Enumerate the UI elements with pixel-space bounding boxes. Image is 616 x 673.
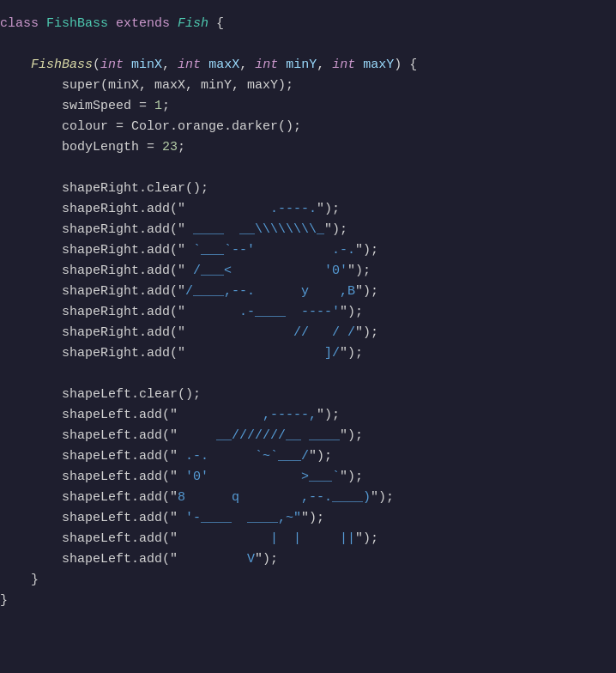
code-line-close-class: } bbox=[0, 591, 599, 611]
code-line-sl-add1: shapeLeft.add(" ,-----,"); bbox=[0, 405, 599, 426]
code-line-1: class FishBass extends Fish { bbox=[0, 14, 599, 34]
line-content-bodylength: bodyLength = 23; bbox=[0, 137, 599, 158]
code-line-sl-add8: shapeLeft.add(" V"); bbox=[0, 549, 599, 570]
code-line-sl-clear: shapeLeft.clear(); bbox=[0, 385, 599, 405]
code-line-swimspeed: swimSpeed = 1; bbox=[0, 96, 599, 117]
code-line-sl-add6: shapeLeft.add(" '-____ ____,~""); bbox=[0, 508, 599, 529]
keyword-extends: extends bbox=[116, 16, 178, 31]
code-line-sr-add1: shapeRight.add(" .----."); bbox=[0, 199, 599, 220]
code-line-blank3 bbox=[0, 364, 599, 385]
code-editor: class FishBass extends Fish { FishBass(i… bbox=[0, 0, 616, 673]
code-line-bodylength: bodyLength = 23; bbox=[0, 137, 599, 158]
code-line-sl-add2: shapeLeft.add(" __///////__ ____"); bbox=[0, 426, 599, 446]
line-content-colour: colour = Color.orange.darker(); bbox=[0, 117, 599, 137]
code-line-sr-add8: shapeRight.add(" ]/"); bbox=[0, 343, 599, 364]
code-line-sr-add4: shapeRight.add(" /___< '0'"); bbox=[0, 261, 599, 282]
code-line-blank2 bbox=[0, 158, 599, 179]
classname-fishbass: FishBass bbox=[46, 16, 116, 31]
code-line-super: super(minX, maxX, minY, maxY); bbox=[0, 76, 599, 96]
code-line-sl-add7: shapeLeft.add(" | | ||"); bbox=[0, 529, 599, 549]
code-line-sl-add3: shapeLeft.add(" .-. `~`___/"); bbox=[0, 446, 599, 467]
code-line-sr-add6: shapeRight.add(" .-____ ----'"); bbox=[0, 302, 599, 323]
code-line-constructor: FishBass(int minX, int maxX, int minY, i… bbox=[0, 55, 599, 76]
code-line-sr-clear: shapeRight.clear(); bbox=[0, 179, 599, 199]
code-line-sr-add5: shapeRight.add("/____,--. y ,B"); bbox=[0, 282, 599, 302]
line-content-swimspeed: swimSpeed = 1; bbox=[0, 96, 599, 117]
code-line-sr-add7: shapeRight.add(" // / /"); bbox=[0, 323, 599, 343]
line-content-super: super(minX, maxX, minY, maxY); bbox=[0, 76, 599, 96]
method-fishbass: FishBass bbox=[31, 58, 93, 72]
code-line-sl-add5: shapeLeft.add("8 q ,--.____)"); bbox=[0, 488, 599, 508]
code-line-sr-add2: shapeRight.add(" ____ __\\\\\\\\_"); bbox=[0, 220, 599, 240]
code-line-sl-add4: shapeLeft.add(" '0' >___`"); bbox=[0, 467, 599, 488]
line-content-1: class FishBass extends Fish { bbox=[0, 14, 599, 34]
code-line-colour: colour = Color.orange.darker(); bbox=[0, 117, 599, 137]
code-line-blank1 bbox=[0, 34, 599, 55]
code-line-sr-add3: shapeRight.add(" `___`--' .-."); bbox=[0, 240, 599, 261]
classname-fish: Fish bbox=[178, 16, 208, 31]
code-line-close-method: } bbox=[0, 570, 599, 591]
line-content-constructor: FishBass(int minX, int maxX, int minY, i… bbox=[0, 55, 599, 76]
keyword-class: class bbox=[0, 16, 46, 31]
punct-brace: { bbox=[208, 16, 224, 31]
